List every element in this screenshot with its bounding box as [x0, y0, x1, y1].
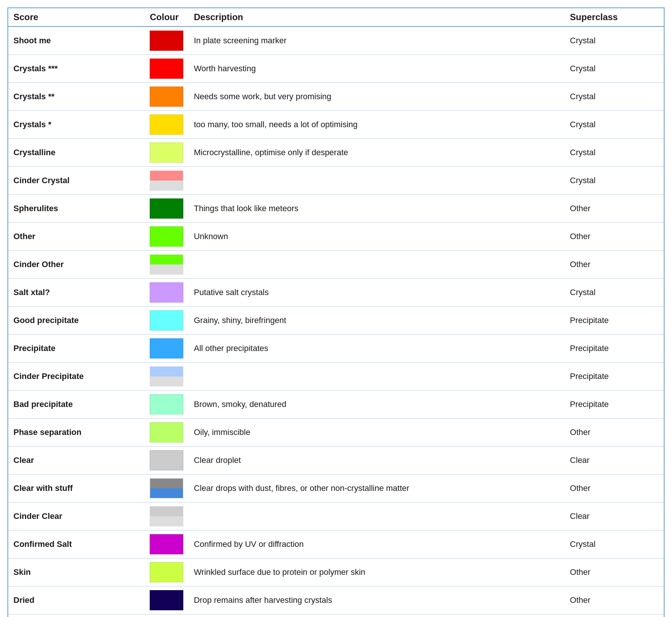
table-row: DriedDrop remains after harvesting cryst… — [8, 586, 664, 614]
superclass-cell: Precipitate — [565, 307, 664, 335]
description-cell: This experiment didn’t work (dried, not … — [189, 614, 564, 617]
colour-cell — [144, 307, 189, 335]
superclass-cell: Other — [565, 223, 664, 251]
colour-cell — [144, 83, 189, 111]
table-row: SkinWrinkled surface due to protein or p… — [8, 558, 664, 586]
table-row: Crystals *too many, too small, needs a l… — [8, 111, 664, 139]
score-cell: Crystals ** — [8, 83, 144, 111]
score-cell: Precipitate — [8, 335, 144, 363]
table-row: Confirmed SaltConfirmed by UV or diffrac… — [8, 530, 664, 558]
score-cell: Clear with stuff — [8, 475, 144, 502]
superclass-cell: Clear — [565, 502, 664, 530]
superclass-cell: Precipitate — [565, 363, 664, 391]
superclass-cell: Other — [565, 475, 664, 502]
superclass-cell: Crystal — [565, 26, 664, 55]
table-row: Shoot meIn plate screening markerCrystal — [8, 26, 664, 55]
score-cell: Salt xtal? — [8, 279, 144, 307]
colour-cell — [144, 111, 189, 139]
description-cell: Microcrystalline, optimise only if despe… — [189, 139, 564, 167]
colour-cell — [144, 223, 189, 251]
score-cell: Shoot me — [8, 26, 144, 55]
colour-cell — [144, 279, 189, 307]
table-row: Good precipitateGrainy, shiny, birefring… — [8, 307, 664, 335]
description-cell: Clear droplet — [189, 447, 564, 475]
table-row: PrecipitateAll other precipitatesPrecipi… — [8, 335, 664, 363]
superclass-cell: Other — [565, 195, 664, 223]
colour-cell — [144, 55, 189, 83]
description-cell: Clear drops with dust, fibres, or other … — [189, 475, 564, 502]
table-row: Null experimentThis experiment didn’t wo… — [8, 614, 664, 617]
colour-cell — [144, 475, 189, 502]
superclass-cell: Other — [565, 251, 664, 279]
score-cell: Bad precipitate — [8, 391, 144, 419]
superclass-cell: Other — [565, 586, 664, 614]
superclass-cell: Crystal — [565, 55, 664, 83]
description-cell: In plate screening marker — [189, 26, 564, 55]
score-cell: Other — [8, 223, 144, 251]
colour-cell — [144, 26, 189, 55]
superclass-cell: Crystal — [565, 530, 664, 558]
description-cell — [189, 167, 564, 195]
header-superclass: Superclass — [565, 8, 664, 26]
superclass-cell: Precipitate — [565, 391, 664, 419]
table-row: Cinder CrystalCrystal — [8, 167, 664, 195]
superclass-cell: Crystal — [565, 167, 664, 195]
description-cell: Oily, immiscible — [189, 419, 564, 447]
description-cell — [189, 502, 564, 530]
colour-cell — [144, 530, 189, 558]
table-row: SpherulitesThings that look like meteors… — [8, 195, 664, 223]
colour-cell — [144, 195, 189, 223]
description-cell: Worth harvesting — [189, 55, 564, 83]
superclass-cell: Crystal — [565, 111, 664, 139]
score-cell: Cinder Crystal — [8, 167, 144, 195]
score-cell: Crystalline — [8, 139, 144, 167]
header-colour: Colour — [144, 8, 189, 26]
table-row: Bad precipitateBrown, smoky, denaturedPr… — [8, 391, 664, 419]
score-cell: Cinder Other — [8, 251, 144, 279]
table-row: Phase separationOily, immiscibleOther — [8, 419, 664, 447]
description-cell: Confirmed by UV or diffraction — [189, 530, 564, 558]
colour-cell — [144, 139, 189, 167]
colour-cell — [144, 167, 189, 195]
header-score: Score — [8, 8, 144, 26]
score-cell: Clear — [8, 447, 144, 475]
superclass-cell: Other — [565, 558, 664, 586]
description-cell: Drop remains after harvesting crystals — [189, 586, 564, 614]
superclass-cell: Crystal — [565, 279, 664, 307]
colour-cell — [144, 614, 189, 617]
colour-cell — [144, 335, 189, 363]
description-cell: too many, too small, needs a lot of opti… — [189, 111, 564, 139]
score-cell: Cinder Precipitate — [8, 363, 144, 391]
score-cell: Good precipitate — [8, 307, 144, 335]
superclass-cell: Clear — [565, 447, 664, 475]
score-cell: Spherulites — [8, 195, 144, 223]
table-row: Cinder OtherOther — [8, 251, 664, 279]
score-cell: Cinder Clear — [8, 502, 144, 530]
colour-cell — [144, 502, 189, 530]
colour-cell — [144, 251, 189, 279]
colour-cell — [144, 558, 189, 586]
description-cell: Grainy, shiny, birefringent — [189, 307, 564, 335]
table-row: Clear with stuffClear drops with dust, f… — [8, 475, 664, 502]
table-row: Crystals **Needs some work, but very pro… — [8, 83, 664, 111]
superclass-cell: Crystal — [565, 83, 664, 111]
table-row: OtherUnknownOther — [8, 223, 664, 251]
score-cell: Null experiment — [8, 614, 144, 617]
colour-cell — [144, 419, 189, 447]
description-cell: Things that look like meteors — [189, 195, 564, 223]
colour-cell — [144, 586, 189, 614]
description-cell: Wrinkled surface due to protein or polym… — [189, 558, 564, 586]
table-row: CrystallineMicrocrystalline, optimise on… — [8, 139, 664, 167]
description-cell: Brown, smoky, denatured — [189, 391, 564, 419]
table-row: Cinder PrecipitatePrecipitate — [8, 363, 664, 391]
score-cell: Confirmed Salt — [8, 530, 144, 558]
description-cell: Needs some work, but very promising — [189, 83, 564, 111]
score-cell: Dried — [8, 586, 144, 614]
score-cell: Crystals *** — [8, 55, 144, 83]
description-cell: Putative salt crystals — [189, 279, 564, 307]
superclass-cell: Crystal — [565, 139, 664, 167]
table-row: ClearClear dropletClear — [8, 447, 664, 475]
score-cell: Skin — [8, 558, 144, 586]
table-row: Cinder ClearClear — [8, 502, 664, 530]
description-cell: All other precipitates — [189, 335, 564, 363]
